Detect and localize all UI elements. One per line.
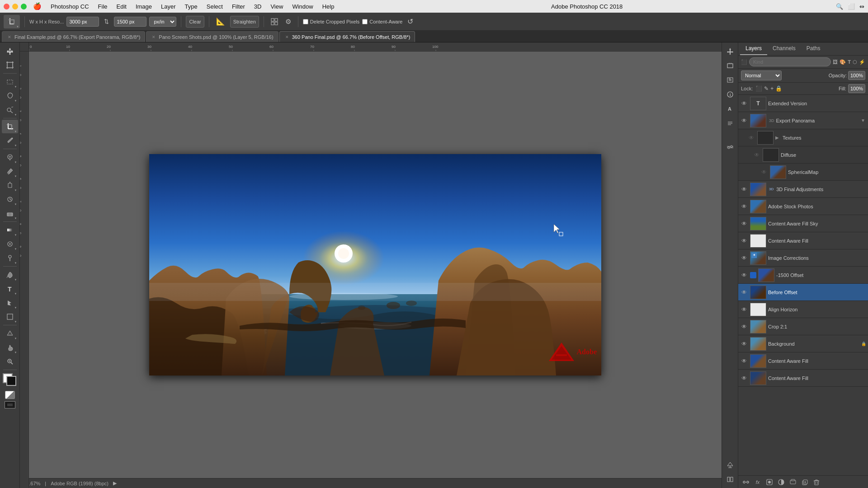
layer-eye-sky[interactable]: 👁 — [740, 220, 748, 228]
tab-360-pano[interactable]: ✕ 360 Pano Final.psd @ 66.7% (Before Off… — [279, 31, 415, 42]
group-layers-button[interactable] — [788, 478, 798, 487]
layer-textures[interactable]: 👁 ▶ Textures — [738, 129, 868, 146]
height-input[interactable] — [114, 17, 146, 27]
move-tool[interactable] — [2, 44, 18, 58]
blend-mode-select[interactable]: Normal — [741, 70, 782, 80]
brush-tool[interactable]: ▼ — [2, 164, 18, 178]
tab-channels[interactable]: Channels — [767, 42, 801, 55]
info-right-icon[interactable]: i — [723, 88, 737, 101]
eraser-tool[interactable]: ▼ — [2, 206, 18, 220]
layer-eye-caf[interactable]: 👁 — [740, 237, 748, 245]
width-input[interactable] — [66, 17, 99, 27]
layer-eye-crop[interactable]: 👁 — [740, 323, 748, 331]
maximize-button[interactable] — [21, 4, 27, 9]
layer-caf3[interactable]: 👁 Content Aware Fill — [738, 370, 868, 387]
quick-mask-button[interactable] — [5, 391, 15, 399]
quick-select-tool[interactable]: ▼ — [2, 103, 18, 117]
lock-all-icon[interactable]: 🔒 — [775, 85, 782, 92]
settings-icon[interactable]: ⚙ — [283, 16, 293, 27]
close-button[interactable] — [4, 4, 9, 9]
new-layer-button[interactable] — [800, 478, 810, 487]
gradient-tool[interactable]: ▼ — [2, 223, 18, 237]
layer-mask-button[interactable] — [764, 478, 774, 487]
tab-layers[interactable]: Layers — [740, 42, 767, 55]
history-brush-tool[interactable]: ▼ — [2, 192, 18, 206]
reset-icon[interactable]: ↺ — [405, 16, 415, 27]
menu-3d[interactable]: 3D — [250, 2, 265, 11]
adjustment-button[interactable] — [776, 478, 786, 487]
layer-diffuse[interactable]: 👁 Diffuse — [738, 146, 868, 164]
photo-document[interactable]: Adobe — [149, 154, 601, 375]
layer-eye-ic[interactable]: 👁 — [740, 254, 748, 262]
crop-tool[interactable]: ▼ — [2, 120, 18, 133]
unit-select[interactable]: px/in — [149, 17, 176, 27]
layer-content-aware-sky[interactable]: 👁 Content Aware Fill Sky — [738, 215, 868, 232]
layer-3d-final[interactable]: 👁 3D 3D Final Adjustments — [738, 181, 868, 198]
layers-list[interactable]: 👁 T Extended Version 👁 3D Export Panoram… — [738, 95, 868, 475]
layer-eye-textures[interactable]: 👁 — [747, 134, 755, 142]
layer-background[interactable]: 👁 Background 🔒 — [738, 335, 868, 352]
layer-eye-caf3[interactable]: 👁 — [740, 374, 748, 382]
minimize-button[interactable] — [12, 4, 18, 9]
clone-stamp-tool[interactable]: ▼ — [2, 178, 18, 192]
lock-pixels-icon[interactable]: ⬛ — [755, 85, 762, 92]
layer-sphericalmap[interactable]: 👁 SphericalMap — [738, 164, 868, 181]
char-right-icon[interactable]: A — [723, 102, 737, 116]
tab-final-example[interactable]: ✕ Final Example.psd @ 66.7% (Export Pano… — [2, 31, 145, 42]
menu-help[interactable]: Help — [319, 2, 338, 11]
layer-expand-textures[interactable]: ▶ — [775, 135, 781, 140]
tab-close-3[interactable]: ✕ — [284, 34, 290, 40]
type-tool[interactable]: T ▼ — [2, 282, 18, 296]
swap-dimensions-button[interactable]: ⇅ — [102, 17, 111, 26]
delete-cropped-checkbox[interactable] — [303, 19, 308, 24]
layer-eye-extended[interactable]: 👁 — [740, 99, 748, 108]
tab-paths[interactable]: Paths — [801, 42, 826, 55]
menu-filter[interactable]: Filter — [228, 2, 249, 11]
tab-close-1[interactable]: ✕ — [7, 34, 12, 40]
opacity-input[interactable] — [848, 71, 865, 80]
layer-eye-bg[interactable]: 👁 — [740, 340, 748, 348]
menu-select[interactable]: Select — [203, 2, 226, 11]
fill-input[interactable] — [848, 84, 865, 93]
layer-eye-spherical[interactable]: 👁 — [760, 168, 768, 176]
clear-button[interactable]: Clear — [186, 16, 204, 28]
layer-eye-caf2[interactable]: 👁 — [740, 357, 748, 365]
delete-layer-button[interactable] — [811, 478, 821, 487]
foreground-color-swatch[interactable] — [6, 376, 16, 386]
path-selection-tool[interactable]: ▼ — [2, 296, 18, 310]
para-right-icon[interactable] — [723, 117, 737, 130]
tab-close-2[interactable]: ✕ — [151, 34, 156, 40]
layer-eye-export[interactable]: 👁 — [740, 117, 748, 125]
lock-position-icon[interactable]: ✎ — [764, 85, 769, 92]
layer-expand-export[interactable]: ▼ — [861, 118, 866, 123]
hand-tool[interactable]: ▼ — [2, 341, 18, 354]
crop-tool-icon[interactable]: ▼ — [4, 15, 20, 28]
adjust-right-icon[interactable] — [723, 141, 737, 155]
screen-mode-button[interactable] — [5, 401, 15, 408]
tab-pano-screen[interactable]: ✕ Pano Screen Shots.psd @ 100% (Layer 5,… — [146, 31, 278, 42]
layer-adobe-stock[interactable]: 👁 Adobe Stock Photos — [738, 198, 868, 215]
link-layers-button[interactable] — [741, 478, 751, 487]
layer-eye-3d-final[interactable]: 👁 — [740, 185, 748, 193]
layer-content-aware-fill[interactable]: 👁 Content Aware Fill — [738, 232, 868, 249]
history-right-icon[interactable] — [723, 73, 737, 87]
menu-edit[interactable]: Edit — [113, 2, 130, 11]
layer-eye-offset[interactable]: 👁 — [740, 271, 748, 279]
lasso-tool[interactable]: ▼ — [2, 89, 18, 103]
search-icon[interactable]: 🔍 — [836, 3, 843, 10]
zoom-tool[interactable] — [2, 355, 18, 368]
screen-icon[interactable]: ⬜ — [848, 3, 855, 10]
straighten-button[interactable]: Straighten — [230, 16, 259, 28]
menu-layer[interactable]: Layer — [157, 2, 179, 11]
menu-file[interactable]: File — [94, 2, 111, 11]
3d-tool[interactable]: ▼ — [2, 327, 18, 340]
shape-tool[interactable]: ▼ — [2, 310, 18, 324]
layer-caf2[interactable]: 👁 Content Aware Fill — [738, 352, 868, 370]
layer-before-offset[interactable]: 👁 Before Offset — [738, 284, 868, 301]
layer-extended-version[interactable]: 👁 T Extended Version — [738, 95, 868, 112]
apple-menu[interactable]: 🍎 — [33, 2, 42, 10]
move-right-icon[interactable] — [723, 44, 737, 58]
lock-artboards-icon[interactable]: + — [770, 85, 774, 92]
eyedropper-tool[interactable]: ▼ — [2, 134, 18, 147]
layer-image-corrections[interactable]: 👁 ✦ Image Corrections — [738, 249, 868, 267]
